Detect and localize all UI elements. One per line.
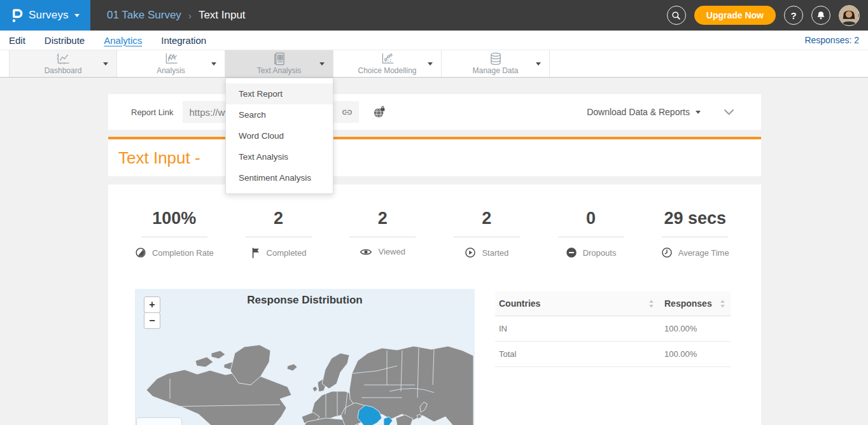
breadcrumb-survey-link[interactable]: 01 Take Survey (107, 9, 181, 22)
tab-dashboard[interactable]: Dashboard (9, 50, 117, 77)
countries-responses-table: Countries Responses IN 100.00% Total (495, 291, 731, 367)
play-circle-icon (465, 247, 476, 258)
minus-circle-icon (566, 247, 577, 258)
stat-value: 29 secs (664, 209, 726, 228)
tab-analysis[interactable]: Analysis (117, 50, 225, 77)
report-link-bar: Report Link Download Data & Reports (108, 94, 761, 130)
table-row: Total 100.00% (495, 342, 731, 367)
eye-icon (360, 247, 372, 256)
scatter-chart-icon (379, 52, 396, 66)
user-avatar[interactable] (839, 5, 860, 26)
stats-row: 100% Completion Rate 2 Completed (108, 185, 761, 258)
subnav-item-distribute[interactable]: Distribute (45, 35, 85, 46)
responses-cell: 100.00% (664, 324, 697, 333)
upgrade-now-button[interactable]: Upgrade Now (694, 6, 776, 25)
country-cell: Total (499, 349, 516, 359)
trend-chart-icon (163, 52, 179, 66)
chevron-down-icon (211, 62, 216, 66)
column-header-responses[interactable]: Responses (664, 298, 712, 309)
column-header-countries[interactable]: Countries (499, 298, 540, 309)
download-label: Download Data & Reports (587, 107, 690, 117)
search-icon (671, 11, 681, 20)
text-report-icon (272, 52, 287, 66)
table-header-row: Countries Responses (495, 291, 731, 316)
menu-item-search[interactable]: Search (226, 104, 333, 125)
chevron-down-icon (74, 14, 80, 17)
chevron-down-icon (103, 62, 108, 66)
report-link-label: Report Link (131, 108, 173, 117)
product-switcher[interactable]: Surveys (0, 0, 90, 31)
world-map[interactable] (135, 289, 475, 425)
product-name: Surveys (29, 9, 69, 22)
responses-count: Responses: 2 (804, 35, 859, 45)
menu-item-word-cloud[interactable]: Word Cloud (226, 125, 333, 146)
menu-item-sentiment-analysis[interactable]: Sentiment Analysis (226, 167, 333, 188)
subnav-item-analytics[interactable]: Analytics (104, 35, 142, 46)
subnav-item-edit[interactable]: Edit (9, 35, 25, 46)
response-distribution-map[interactable]: Response Distribution + − (135, 289, 475, 425)
map-zoom-in-button[interactable]: + (144, 296, 160, 313)
database-icon (488, 52, 503, 66)
dashboard-card: 100% Completion Rate 2 Completed (108, 185, 761, 425)
download-data-reports-dropdown[interactable]: Download Data & Reports (587, 107, 701, 117)
tab-choice-modelling[interactable]: Choice Modelling (333, 50, 442, 77)
completion-circle-icon (135, 247, 146, 258)
page-title: Text Input - (118, 148, 200, 168)
app-screen: Surveys 01 Take Survey › Text Input Upgr… (0, 0, 868, 425)
tab-label: Analysis (157, 66, 185, 75)
chevron-down-icon (696, 111, 701, 114)
notifications-button[interactable] (811, 6, 830, 25)
stat-value: 100% (152, 209, 196, 228)
breadcrumb-separator: › (188, 10, 192, 21)
collapse-section-chevron[interactable] (724, 109, 734, 116)
globe-lock-icon[interactable] (373, 106, 386, 119)
flag-icon (251, 247, 261, 258)
topbar-actions: Upgrade Now ? (667, 5, 868, 26)
search-button[interactable] (667, 6, 686, 25)
copy-link-icon[interactable] (341, 106, 353, 118)
map-title: Response Distribution (135, 294, 475, 307)
help-button[interactable]: ? (784, 6, 803, 25)
tab-label: Text Analysis (257, 66, 301, 75)
divider (558, 237, 624, 237)
stat-viewed: 2 Viewed (330, 209, 435, 258)
sort-icon[interactable] (720, 300, 725, 308)
breadcrumb-current-page: Text Input (199, 9, 246, 22)
subnav-item-integration[interactable]: Integration (161, 35, 206, 46)
responses-cell: 100.00% (664, 349, 697, 359)
divider (141, 237, 207, 237)
stat-label: Started (482, 248, 508, 258)
chevron-down-icon (319, 62, 325, 66)
map-zoom-out-button[interactable]: − (144, 312, 160, 329)
stat-label: Dropouts (583, 248, 617, 258)
divider (454, 237, 520, 237)
menu-item-text-analysis[interactable]: Text Analysis (226, 146, 333, 167)
divider (246, 237, 312, 237)
stat-value: 2 (274, 209, 283, 228)
stat-completed: 2 Completed (227, 209, 331, 258)
analytics-toolbar: Dashboard Analysis Text Analysis Choice … (0, 50, 868, 78)
stat-value: 0 (586, 209, 596, 228)
map-attribution (136, 417, 182, 425)
survey-subnav: Edit Distribute Analytics Integration Re… (0, 31, 868, 50)
bell-icon (816, 11, 825, 20)
tab-label: Manage Data (472, 66, 518, 75)
menu-item-text-report[interactable]: Text Report (226, 83, 333, 104)
country-cell: IN (499, 324, 507, 333)
chevron-down-icon (428, 62, 433, 66)
text-analysis-menu: Text Report Search Word Cloud Text Analy… (225, 78, 333, 194)
stat-label: Viewed (378, 247, 405, 256)
stat-label: Average Time (678, 248, 729, 258)
line-chart-icon (55, 52, 71, 66)
question-title-card: Text Input - (108, 139, 761, 176)
tab-manage-data[interactable]: Manage Data (442, 50, 550, 77)
table-row: IN 100.00% (495, 316, 731, 342)
questionpro-logo-icon (11, 7, 23, 24)
tab-text-analysis[interactable]: Text Analysis (225, 50, 333, 77)
stat-label: Completed (267, 248, 307, 258)
sort-icon[interactable] (648, 300, 654, 308)
topbar: Surveys 01 Take Survey › Text Input Upgr… (0, 0, 868, 31)
divider (349, 237, 416, 237)
clock-icon (661, 247, 673, 258)
map-zoom-controls: + − (144, 296, 160, 329)
